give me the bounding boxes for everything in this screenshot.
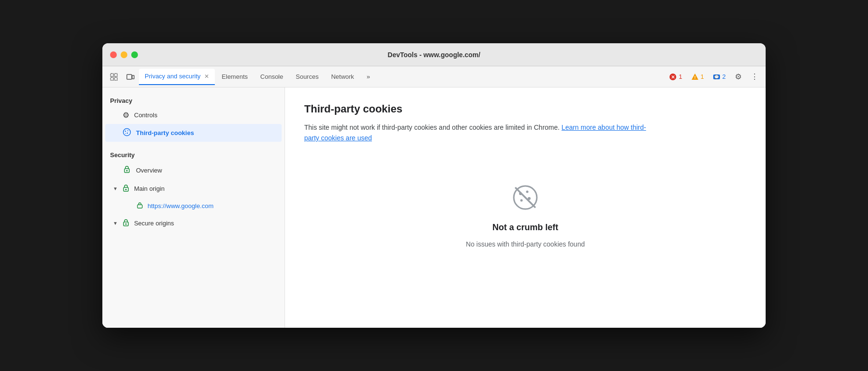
svg-point-14 [127, 130, 128, 131]
controls-label: Controls [134, 111, 157, 119]
svg-point-28 [521, 199, 523, 201]
window-title: DevTools - www.google.com/ [388, 51, 481, 59]
error-badge-button[interactable]: ✕ 1 [666, 72, 685, 82]
svg-rect-23 [125, 223, 126, 225]
svg-point-13 [125, 131, 126, 132]
tab-more-label: » [367, 73, 370, 80]
svg-text:!: ! [694, 75, 695, 80]
tab-bar: Privacy and security ✕ Elements Console … [102, 66, 766, 87]
svg-rect-20 [125, 189, 126, 190]
controls-icon: ⚙ [123, 111, 129, 120]
tab-sources[interactable]: Sources [290, 69, 324, 85]
title-bar: DevTools - www.google.com/ [102, 43, 766, 66]
info-badge-button[interactable]: 💬 2 [709, 72, 729, 82]
cookie-blocked-icon [510, 182, 541, 215]
error-count: 1 [679, 73, 682, 80]
sidebar-item-controls[interactable]: ⚙ Controls [105, 107, 282, 124]
sidebar-item-google-url[interactable]: https://www.google.com [105, 198, 282, 214]
sidebar-item-third-party-cookies[interactable]: Third-party cookies [105, 124, 282, 142]
device-toggle-button[interactable] [123, 69, 138, 85]
traffic-lights [110, 51, 138, 58]
sidebar-item-main-origin[interactable]: ▼ Main origin [105, 180, 282, 198]
secure-origins-lock-icon [122, 218, 130, 228]
content-area: Third-party cookies This site might not … [285, 87, 766, 328]
main-origin-label: Main origin [134, 185, 165, 192]
devtools-window: DevTools - www.google.com/ Privacy and s… [102, 43, 766, 328]
google-url-lock-icon [136, 201, 144, 210]
svg-rect-3 [114, 77, 117, 80]
tab-network-label: Network [331, 73, 354, 80]
sidebar-section-privacy: Privacy [102, 93, 285, 106]
tab-console-label: Console [260, 73, 284, 80]
main-origin-arrow-icon: ▼ [113, 186, 118, 191]
overview-label: Overview [136, 167, 162, 174]
secure-origins-label: Secure origins [134, 220, 174, 227]
cursor-tool-button[interactable] [106, 69, 122, 85]
settings-icon: ⚙ [735, 72, 742, 81]
tab-close-icon[interactable]: ✕ [204, 73, 209, 80]
tab-console[interactable]: Console [255, 69, 289, 85]
svg-text:✕: ✕ [671, 74, 675, 80]
svg-text:💬: 💬 [714, 74, 719, 79]
tab-right-icons: ✕ 1 ! 1 💬 2 ⚙ ⋮ [666, 70, 762, 84]
tab-elements-label: Elements [222, 73, 248, 80]
sidebar-item-overview[interactable]: Overview [105, 161, 282, 179]
svg-point-12 [124, 129, 131, 136]
settings-button[interactable]: ⚙ [731, 70, 745, 84]
warning-badge-button[interactable]: ! 1 [688, 72, 707, 82]
tab-sources-label: Sources [296, 73, 319, 80]
tab-more[interactable]: » [361, 69, 376, 85]
empty-state: Not a crumb left No issues with third-pa… [304, 182, 746, 248]
svg-point-15 [127, 133, 128, 134]
content-description: This site might not work if third-party … [304, 122, 650, 144]
tab-privacy-security-label: Privacy and security [145, 73, 200, 80]
svg-rect-4 [127, 74, 132, 79]
empty-state-subtitle: No issues with third-party cookies found [466, 240, 584, 248]
svg-rect-21 [137, 205, 142, 208]
close-button[interactable] [110, 51, 117, 58]
warning-count: 1 [701, 73, 704, 80]
sidebar-section-security: Security [102, 148, 285, 161]
sidebar: Privacy ⚙ Controls Third-party cookies [102, 87, 285, 328]
svg-line-29 [516, 188, 535, 207]
maximize-button[interactable] [131, 51, 138, 58]
third-party-cookies-label: Third-party cookies [136, 129, 194, 136]
more-options-button[interactable]: ⋮ [747, 70, 762, 84]
content-description-text: This site might not work if third-party … [304, 124, 559, 131]
google-url-label: https://www.google.com [148, 202, 213, 210]
svg-rect-0 [111, 74, 113, 76]
overview-lock-icon [123, 165, 131, 175]
cookie-icon [123, 128, 131, 138]
svg-rect-18 [126, 170, 128, 172]
info-count: 2 [722, 73, 726, 80]
main-origin-lock-icon [122, 184, 130, 194]
main-layout: Privacy ⚙ Controls Third-party cookies [102, 87, 766, 328]
svg-point-16 [125, 133, 126, 134]
content-title: Third-party cookies [304, 103, 746, 115]
empty-state-title: Not a crumb left [492, 223, 558, 233]
svg-rect-1 [114, 74, 117, 76]
tab-network[interactable]: Network [325, 69, 360, 85]
secure-origins-arrow-icon: ▼ [113, 221, 118, 226]
tab-elements[interactable]: Elements [216, 69, 253, 85]
minimize-button[interactable] [121, 51, 127, 58]
tab-privacy-security[interactable]: Privacy and security ✕ [139, 69, 215, 85]
svg-point-26 [526, 190, 529, 193]
svg-rect-2 [111, 77, 113, 80]
svg-rect-5 [132, 75, 134, 79]
sidebar-item-secure-origins[interactable]: ▼ Secure origins [105, 214, 282, 232]
more-options-icon: ⋮ [751, 72, 758, 81]
